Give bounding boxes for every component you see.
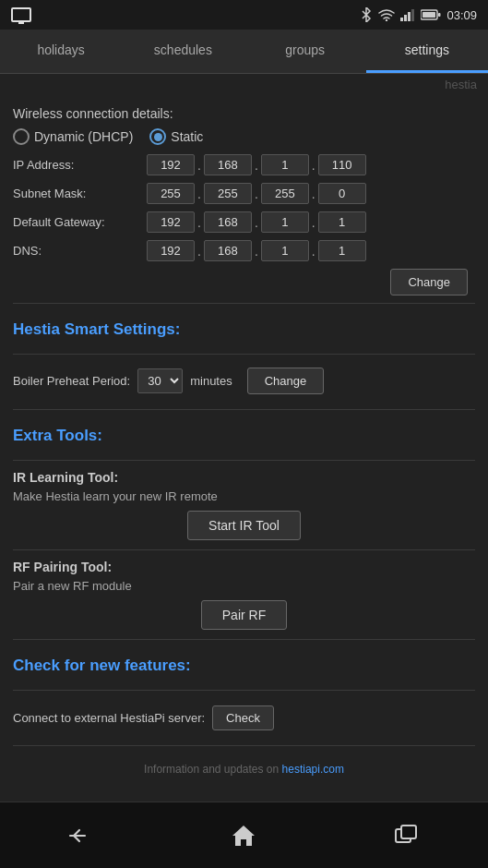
home-icon (231, 824, 256, 848)
footer-link[interactable]: hestiapi.com (282, 763, 344, 776)
ip-address-label: IP Address: (13, 158, 147, 172)
home-button[interactable] (216, 815, 271, 856)
svg-rect-6 (423, 12, 435, 18)
gateway-octet-4[interactable] (318, 211, 366, 233)
start-ir-tool-button[interactable]: Start IR Tool (187, 511, 301, 540)
smart-settings-heading: Hestia Smart Settings: (13, 311, 475, 346)
wireless-change-button[interactable]: Change (390, 269, 468, 295)
divider-3 (13, 409, 475, 410)
gateway-fields: . . . (147, 211, 366, 233)
recent-apps-icon (395, 825, 419, 847)
ip-address-row: IP Address: . . . (13, 154, 475, 175)
dns-octet-1[interactable] (147, 240, 195, 261)
check-features-heading: Check for new features: (13, 647, 475, 682)
status-bar-left (11, 7, 31, 22)
dns-octet-3[interactable] (261, 240, 309, 261)
radio-static-circle (149, 128, 166, 145)
boiler-row: Boiler Preheat Period: 10 20 30 40 50 60… (13, 362, 475, 402)
wireless-section: Wireless connection details: Dynamic (DH… (13, 102, 475, 295)
dns-octet-2[interactable] (204, 240, 252, 261)
subnet-mask-fields: . . . (147, 183, 366, 204)
signal-icon (400, 8, 415, 21)
gateway-label: Default Gateway: (13, 215, 147, 229)
subnet-octet-3[interactable] (261, 183, 309, 204)
dns-label: DNS: (13, 244, 147, 258)
screen-icon (11, 7, 31, 22)
tab-groups[interactable]: groups (244, 30, 366, 73)
gateway-dot-3: . (312, 215, 315, 230)
radio-group: Dynamic (DHCP) Static (13, 128, 475, 145)
dns-fields: . . . (147, 240, 366, 261)
bottom-bar (0, 802, 488, 868)
subnet-octet-4[interactable] (318, 183, 366, 204)
gateway-octet-1[interactable] (147, 211, 195, 233)
pair-rf-button[interactable]: Pair RF (201, 600, 287, 630)
divider-8 (13, 745, 475, 746)
recent-apps-button[interactable] (379, 815, 434, 856)
check-button[interactable]: Check (212, 705, 274, 730)
ip-address-fields: . . . (147, 154, 366, 175)
gateway-dot-2: . (255, 215, 258, 230)
gateway-row: Default Gateway: . . . (13, 211, 475, 233)
rf-tool: RF Pairing Tool: Pair a new RF module Pa… (13, 558, 475, 630)
check-features-section: Check for new features: Connect to exter… (13, 647, 475, 746)
divider-4 (13, 460, 475, 461)
ir-tool-title: IR Learning Tool: (13, 468, 475, 488)
subnet-mask-label: Subnet Mask: (13, 187, 147, 200)
svg-rect-10 (401, 826, 416, 838)
ir-tool-desc: Make Hestia learn your new IR remote (13, 488, 475, 511)
battery-icon (421, 9, 441, 20)
footer-text: Information and updates on (144, 763, 281, 776)
divider-1 (13, 303, 475, 304)
radio-dhcp-circle (13, 128, 30, 145)
gateway-octet-2[interactable] (204, 211, 252, 233)
main-content: Wireless connection details: Dynamic (DH… (0, 93, 488, 857)
status-bar: 03:09 (0, 0, 488, 30)
ip-dot-2: . (255, 158, 258, 173)
subnet-dot-3: . (312, 187, 315, 201)
ip-octet-3[interactable] (261, 154, 309, 175)
svg-rect-3 (408, 12, 411, 21)
dns-dot-3: . (312, 244, 315, 259)
tab-holidays[interactable]: holidays (0, 30, 122, 73)
svg-rect-2 (404, 15, 407, 21)
svg-rect-7 (438, 13, 441, 17)
dns-dot-1: . (197, 244, 201, 259)
subnet-octet-2[interactable] (204, 183, 252, 204)
tab-settings[interactable]: settings (366, 30, 488, 73)
boiler-preheat-select[interactable]: 10 20 30 40 50 60 (137, 368, 183, 393)
rf-tool-desc: Pair a new RF module (13, 577, 475, 600)
wireless-title: Wireless connection details: (13, 102, 475, 128)
gateway-dot-1: . (197, 215, 201, 230)
ip-octet-2[interactable] (204, 154, 252, 175)
boiler-label: Boiler Preheat Period: (13, 374, 130, 388)
ip-octet-4[interactable] (318, 154, 366, 175)
info-footer: Information and updates on hestiapi.com (13, 753, 475, 783)
extra-tools-heading: Extra Tools: (13, 417, 475, 452)
radio-dhcp-label: Dynamic (DHCP) (34, 129, 133, 144)
extra-tools-section: Extra Tools: IR Learning Tool: Make Hest… (13, 417, 475, 640)
gateway-octet-3[interactable] (261, 211, 309, 233)
subnet-mask-row: Subnet Mask: . . . (13, 183, 475, 204)
smart-settings-section: Hestia Smart Settings: Boiler Preheat Pe… (13, 311, 475, 410)
dns-octet-4[interactable] (318, 240, 366, 261)
divider-5 (13, 549, 475, 550)
rf-tool-title: RF Pairing Tool: (13, 558, 475, 577)
minutes-label: minutes (190, 374, 232, 388)
ip-octet-1[interactable] (147, 154, 195, 175)
back-arrow-icon (66, 826, 96, 846)
subnet-octet-1[interactable] (147, 183, 195, 204)
radio-dhcp[interactable]: Dynamic (DHCP) (13, 128, 133, 145)
dns-row: DNS: . . . (13, 240, 475, 261)
dns-dot-2: . (255, 244, 258, 259)
ip-dot-1: . (197, 158, 201, 173)
radio-static[interactable]: Static (149, 128, 203, 145)
divider-2 (13, 354, 475, 355)
smart-settings-change-button[interactable]: Change (247, 368, 325, 394)
divider-6 (13, 639, 475, 640)
back-button[interactable] (54, 815, 109, 856)
tab-schedules[interactable]: schedules (122, 30, 244, 73)
ip-dot-3: . (312, 158, 315, 173)
subnet-dot-1: . (197, 187, 201, 201)
bluetooth-icon (360, 7, 373, 22)
